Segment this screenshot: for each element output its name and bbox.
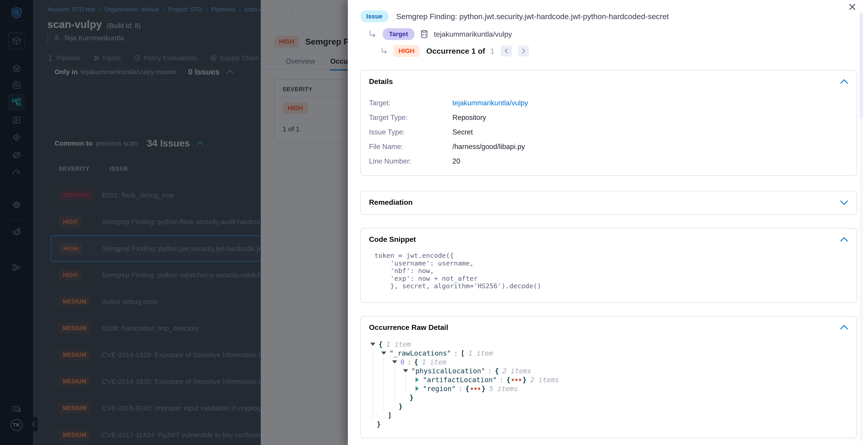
detail-label: File Name: (369, 143, 453, 151)
json-brace: { (414, 358, 418, 366)
issue-type-badge: Issue (360, 10, 389, 22)
json-node-rawlocations[interactable]: "_rawLocations" : [ 1 item (370, 349, 848, 358)
details-title: Details (369, 77, 393, 86)
occurrence-label: Occurrence 1 of (426, 47, 485, 56)
json-colon: : (499, 376, 503, 384)
detail-row: File Name: /harness/good/libapi.py (369, 140, 848, 154)
detail-row: Issue Type: Secret (369, 125, 848, 140)
app-root: ? TK Account: STO test› Organization: de… (0, 0, 868, 445)
json-colon: : (488, 367, 492, 375)
detail-row: Target: tejakummarikuntla/vulpy (369, 96, 848, 110)
prev-occurrence-button[interactable] (501, 46, 512, 56)
expanded-arrow-icon[interactable] (403, 369, 408, 373)
json-count: 1 item (422, 358, 446, 366)
collapsed-ellipsis-icon[interactable] (512, 379, 521, 381)
json-brace: } (482, 385, 486, 393)
elbow-arrow-icon (368, 29, 378, 39)
json-key: "physicalLocation" (411, 367, 485, 375)
json-brace: [ (461, 349, 465, 357)
detail-value: 20 (453, 157, 460, 166)
json-count: 1 item (386, 340, 411, 348)
detail-label: Issue Type: (369, 128, 453, 136)
scrollbar-thumb[interactable] (860, 13, 863, 119)
detail-row: Target Type: Repository (369, 110, 848, 125)
detail-value: Secret (453, 128, 473, 136)
occurrence-page: 1 (490, 47, 494, 56)
expanded-arrow-icon[interactable] (381, 352, 386, 355)
code-snippet-card: Code Snippet token = jwt.encode({ 'usern… (360, 228, 857, 303)
collapse-chevron-icon[interactable] (840, 237, 848, 242)
detail-value: Repository (453, 114, 486, 122)
json-closing-brace: } (370, 393, 848, 402)
detail-label: Target: (369, 99, 453, 107)
chevron-left-icon (504, 48, 508, 54)
raw-detail-title: Occurrence Raw Detail (369, 323, 448, 332)
json-closing-brace: } (370, 420, 848, 428)
detail-row: Line Number: 20 (369, 154, 848, 169)
issue-title: Semgrep Finding: python.jwt.security.jwt… (396, 12, 669, 21)
remediation-card: Remediation (360, 191, 857, 215)
json-brace: { (378, 340, 383, 348)
target-link[interactable]: tejakummarikuntla/vulpy (453, 99, 528, 107)
issue-detail-drawer: ✕ Issue Semgrep Finding: python.jwt.secu… (348, 0, 868, 445)
json-node-artifactlocation[interactable]: "artifactLocation" : { } 2 items (370, 375, 848, 384)
code-line: 'username': username, (374, 259, 474, 267)
json-closing-bracket: ] (370, 411, 848, 420)
detail-value: /harness/good/libapi.py (453, 143, 525, 151)
json-tree: { 1 item "_rawLocations" : [ 1 item 0 : (370, 340, 848, 428)
json-brace: { (506, 376, 510, 384)
detail-label: Target Type: (369, 114, 453, 122)
chevron-right-icon (522, 48, 526, 54)
code-line: 'exp': now + not_after (374, 275, 478, 282)
code-snippet-block: token = jwt.encode({ 'username': usernam… (374, 252, 848, 290)
code-line: 'nbf': now, (374, 267, 434, 275)
collapsed-ellipsis-icon[interactable] (471, 388, 480, 390)
json-colon: : (407, 358, 411, 366)
json-node-index-0[interactable]: 0 : { 1 item (370, 358, 848, 366)
json-node-root[interactable]: { 1 item (370, 340, 848, 349)
elbow-arrow-icon (380, 47, 389, 55)
json-brace: { (495, 367, 499, 375)
json-key: "region" (423, 385, 456, 393)
code-snippet-title: Code Snippet (369, 235, 416, 244)
target-name[interactable]: tejakummarikuntla/vulpy (434, 30, 512, 38)
collapsed-arrow-icon[interactable] (415, 386, 419, 391)
json-count: 2 items (502, 367, 531, 375)
json-brace: } (522, 376, 527, 384)
json-key: "_rawLocations" (390, 349, 451, 357)
json-colon: : (454, 349, 458, 357)
repository-icon (420, 29, 429, 39)
next-occurrence-button[interactable] (518, 46, 529, 56)
json-count: 2 items (530, 376, 559, 384)
raw-detail-card: Occurrence Raw Detail { 1 item (360, 316, 857, 438)
json-closing-brace: } (370, 402, 848, 411)
expanded-arrow-icon[interactable] (392, 360, 397, 363)
details-card: Details Target: tejakummarikuntla/vulpy … (360, 70, 857, 176)
detail-label: Line Number: (369, 157, 453, 166)
expand-chevron-icon[interactable] (840, 200, 848, 205)
remediation-title: Remediation (369, 198, 413, 207)
target-badge: Target (383, 28, 414, 40)
json-key: "artifactLocation" (423, 376, 497, 384)
json-count: 5 items (489, 385, 518, 393)
collapse-chevron-icon[interactable] (840, 79, 848, 84)
json-node-region[interactable]: "region" : { } 5 items (370, 384, 848, 393)
modal-dim-overlay[interactable] (0, 0, 348, 445)
code-line: }, secret, algorithm='HS256').decode() (374, 282, 541, 290)
json-count: 1 item (468, 349, 493, 357)
json-node-physicallocation[interactable]: "physicalLocation" : { 2 items (370, 366, 848, 375)
code-line: token = jwt.encode({ (374, 251, 454, 259)
collapse-chevron-icon[interactable] (840, 325, 848, 330)
json-index: 0 (400, 358, 404, 366)
expanded-arrow-icon[interactable] (370, 343, 375, 346)
collapsed-arrow-icon[interactable] (415, 377, 419, 382)
json-colon: : (459, 385, 463, 393)
severity-badge: HIGH (394, 45, 420, 57)
json-brace: { (465, 385, 469, 393)
